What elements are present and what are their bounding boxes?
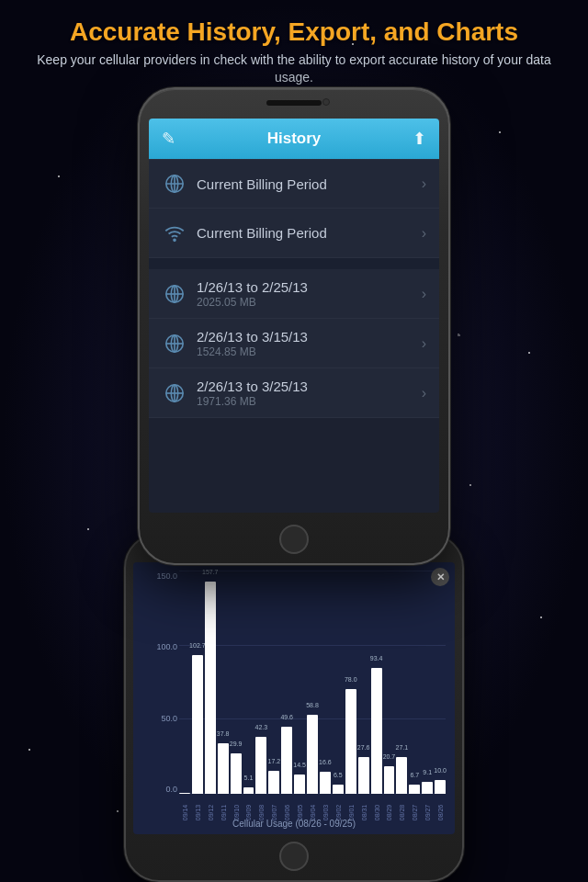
chart-close-button[interactable]: ✕ — [431, 568, 449, 586]
list-item-subtitle: 1524.85 MB — [197, 345, 422, 358]
share-icon[interactable]: ⬆ — [413, 129, 426, 149]
navigation-bar: ✎ History ⬆ — [149, 119, 439, 159]
globe-icon — [162, 281, 187, 307]
bar-column: 42.309/08 — [255, 571, 266, 794]
bar-value-label: 20.7 — [383, 753, 396, 760]
phone-speaker — [266, 100, 322, 106]
bar-column: 6.509/02 — [333, 571, 344, 794]
list-item[interactable]: Current Billing Period› — [149, 159, 439, 209]
bar-value-label: 58.8 — [306, 702, 319, 708]
edit-icon[interactable]: ✎ — [162, 129, 175, 149]
bar-column: 5.109/09 — [243, 571, 254, 794]
globe-icon — [162, 331, 187, 356]
bar-value-label: 29.9 — [230, 741, 243, 747]
bar: 58.8 — [307, 715, 318, 794]
bar-column: 14.509/05 — [294, 571, 305, 794]
bar: 6.7 — [409, 785, 420, 794]
list-item[interactable]: 2/26/13 to 3/25/131971.36 MB› — [149, 368, 439, 418]
bar: 9.1 — [422, 782, 433, 794]
bar-value-label: 93.4 — [370, 655, 383, 662]
wifi-icon — [162, 220, 187, 246]
bar-column: 157.709/12 — [205, 571, 216, 794]
bar-column: 20.708/29 — [384, 571, 395, 794]
header: Accurate History, Export, and Charts Kee… — [0, 17, 588, 87]
bar-column: 27.608/31 — [358, 571, 369, 794]
header-subtitle: Keep your cellular providers in check wi… — [0, 51, 588, 87]
bar-value-label: 6.5 — [334, 772, 343, 778]
bar: 29.9 — [231, 753, 242, 794]
bar-column: 78.009/01 — [345, 571, 356, 794]
y-axis: 150.0100.050.00.0 — [135, 571, 177, 794]
bar-column: 17.209/07 — [268, 571, 279, 794]
phone-bottom: ✕ 150.0100.050.00.0 09/14102.709/13157.7… — [124, 533, 464, 882]
bar-value-label: 5.1 — [244, 775, 254, 781]
chevron-right-icon: › — [422, 286, 426, 302]
chart-bars: 09/14102.709/13157.709/1237.809/1129.909… — [179, 571, 446, 794]
bar-value-label: 16.6 — [319, 759, 332, 765]
bar-column: 29.909/10 — [231, 571, 242, 794]
y-axis-label: 0.0 — [165, 785, 177, 794]
bar-column: 93.408/30 — [371, 571, 382, 794]
bar-value-label: 78.0 — [345, 676, 357, 683]
bar-value-label: 42.3 — [255, 724, 268, 730]
bar-column: 6.708/27 — [409, 571, 420, 794]
bar-value-label: 102.7 — [189, 642, 206, 649]
bar: 6.5 — [333, 785, 344, 794]
bar — [179, 793, 190, 794]
chevron-right-icon: › — [422, 175, 426, 192]
bar-value-label: 157.7 — [202, 569, 219, 575]
bar: 78.0 — [345, 689, 356, 794]
bar-value-label: 14.5 — [293, 762, 306, 768]
bar: 17.2 — [268, 771, 279, 794]
list-spacer — [149, 258, 439, 269]
globe-icon — [162, 380, 187, 406]
bar-value-label: 27.6 — [357, 744, 370, 751]
chart-title: Cellular Usage (08/26 - 09/25) — [133, 819, 455, 829]
list-item[interactable]: 2/26/13 to 3/15/131524.85 MB› — [149, 319, 439, 368]
svg-point-4 — [174, 239, 175, 241]
phone-top: ✎ History ⬆ Current Billing Period› Curr… — [138, 87, 450, 565]
list-item[interactable]: Current Billing Period› — [149, 209, 439, 258]
bar-column: 58.809/04 — [307, 571, 318, 794]
bar: 14.5 — [294, 775, 305, 794]
phone-frame-top: ✎ History ⬆ Current Billing Period› Curr… — [138, 87, 450, 565]
globe-icon — [162, 171, 187, 197]
bar-column: 09/14 — [179, 571, 190, 794]
phone-frame-bottom: ✕ 150.0100.050.00.0 09/14102.709/13157.7… — [124, 533, 464, 882]
phone-camera — [322, 98, 330, 106]
bar: 10.0 — [435, 780, 446, 794]
phone-home-button[interactable] — [279, 525, 309, 554]
bar-value-label: 6.7 — [410, 772, 419, 778]
bar-column: 10.008/26 — [435, 571, 446, 794]
bar: 93.4 — [371, 668, 382, 794]
y-axis-label: 150.0 — [156, 571, 177, 581]
bar: 27.6 — [358, 757, 369, 794]
bar-column: 16.609/03 — [320, 571, 331, 794]
nav-title: History — [175, 130, 413, 148]
list-item-title: 2/26/13 to 3/25/13 — [197, 379, 422, 394]
bar-value-label: 37.8 — [217, 730, 230, 737]
chart-screen: ✕ 150.0100.050.00.0 09/14102.709/13157.7… — [133, 562, 455, 834]
list-item[interactable]: 1/26/13 to 2/25/132025.05 MB› — [149, 269, 439, 319]
bar-value-label: 9.1 — [423, 769, 432, 775]
list-item-subtitle: 1971.36 MB — [197, 395, 422, 408]
bar: 27.1 — [396, 757, 407, 794]
bar: 37.8 — [218, 743, 229, 794]
bar-value-label: 17.2 — [267, 758, 280, 764]
y-axis-label: 50.0 — [161, 714, 177, 723]
list-item-subtitle: 2025.05 MB — [197, 296, 422, 309]
list-item-title: Current Billing Period — [197, 176, 422, 192]
phone-home-button-bottom[interactable] — [279, 842, 309, 871]
bar-value-label: 27.1 — [396, 744, 409, 751]
chevron-right-icon: › — [422, 385, 426, 401]
bar: 16.6 — [320, 772, 331, 794]
chevron-right-icon: › — [422, 335, 426, 352]
list-item-title: 1/26/13 to 2/25/13 — [197, 279, 422, 295]
bar-column: 37.809/11 — [218, 571, 229, 794]
bar: 42.3 — [255, 737, 266, 794]
bar: 157.7 — [205, 582, 216, 794]
history-list: Current Billing Period› Current Billing … — [149, 159, 439, 418]
bar-column: 9.109/27 — [422, 571, 433, 794]
bar: 102.7 — [192, 655, 203, 794]
bar: 5.1 — [243, 787, 254, 794]
